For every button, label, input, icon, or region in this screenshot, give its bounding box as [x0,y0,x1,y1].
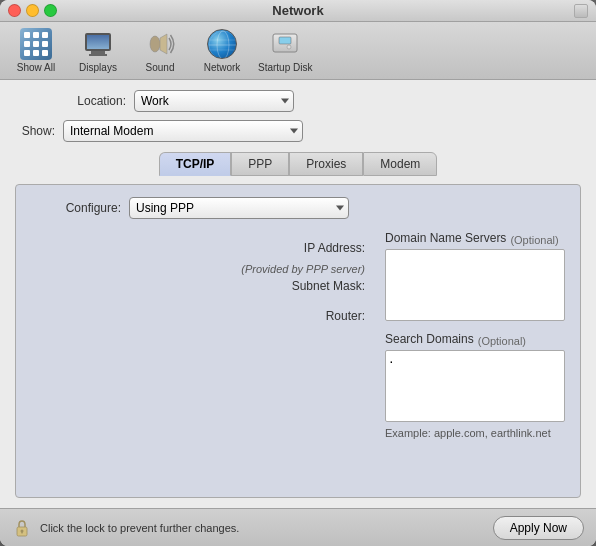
sound-icon [144,28,176,60]
svg-point-10 [287,45,291,49]
dns-textarea[interactable] [385,249,565,321]
svg-rect-9 [279,37,291,44]
toolbar-item-network-label: Network [204,62,241,73]
location-select[interactable]: Work [134,90,294,112]
toolbar-item-displays-label: Displays [79,62,117,73]
search-domains-textarea[interactable]: . [385,350,565,422]
toolbar-item-network[interactable]: Network [196,28,248,73]
toolbar-item-sound-label: Sound [146,62,175,73]
toolbar-item-show-all-label: Show All [17,62,55,73]
router-label: Router: [31,309,365,323]
minimize-button[interactable] [26,4,39,17]
show-label: Show: [15,124,55,138]
tab-modem[interactable]: Modem [363,152,437,176]
toolbar: Show All Displays [0,22,596,80]
traffic-lights [8,4,57,17]
router-row: Router: [31,309,365,323]
toolbar-item-displays[interactable]: Displays [72,28,124,73]
search-domains-optional: (Optional) [478,335,526,347]
toolbar-item-sound[interactable]: Sound [134,28,186,73]
show-select-wrapper: Internal Modem [63,120,303,142]
window-title: Network [272,3,323,18]
subnet-mask-row: Subnet Mask: [31,279,365,293]
apply-now-button[interactable]: Apply Now [493,516,584,540]
search-domains-example: Example: apple.com, earthlink.net [385,427,565,439]
tcp-ip-panel: Configure: Using PPP IP Address: (Provid… [15,184,581,498]
globe-icon [206,28,238,60]
maximize-button[interactable] [44,4,57,17]
subnet-mask-label: Subnet Mask: [31,279,365,293]
location-label: Location: [77,94,126,108]
show-select[interactable]: Internal Modem [63,120,303,142]
tab-proxies[interactable]: Proxies [289,152,363,176]
search-domains-label: Search Domains [385,332,474,346]
toolbar-item-startup-disk[interactable]: Startup Disk [258,28,312,73]
toolbar-item-show-all[interactable]: Show All [10,28,62,73]
close-button[interactable] [8,4,21,17]
content-area: Location: Work Show: Internal Modem TCP [0,80,596,508]
toolbar-item-startup-disk-label: Startup Disk [258,62,312,73]
lock-button[interactable] [12,518,32,538]
bottom-bar: Click the lock to prevent further change… [0,508,596,546]
tab-tcp-ip[interactable]: TCP/IP [159,152,232,176]
location-select-wrapper: Work [134,90,294,112]
monitor-icon [82,28,114,60]
configure-select[interactable]: Using PPP [129,197,349,219]
configure-select-wrapper: Using PPP [129,197,349,219]
dns-header: Domain Name Servers (Optional) [385,231,565,249]
configure-label: Configure: [31,201,121,215]
left-column: IP Address: (Provided by PPP server) Sub… [31,231,365,439]
svg-rect-1 [155,41,160,47]
tab-ppp[interactable]: PPP [231,152,289,176]
dns-label: Domain Name Servers [385,231,506,245]
tabs-container: TCP/IP PPP Proxies Modem [15,152,581,176]
svg-rect-13 [21,531,22,534]
lock-note: Click the lock to prevent further change… [40,522,485,534]
disk-icon [269,28,301,60]
svg-marker-2 [160,34,167,54]
title-bar: Network [0,0,596,22]
ip-address-label: IP Address: [31,241,365,255]
location-row: Location: Work [15,90,581,112]
dns-optional: (Optional) [510,234,558,246]
search-domains-header: Search Domains (Optional) [385,332,565,350]
ppp-note: (Provided by PPP server) [241,263,365,275]
show-row: Show: Internal Modem [15,120,581,142]
configure-row: Configure: Using PPP [31,197,565,219]
grid-icon [20,28,52,60]
right-column: Domain Name Servers (Optional) Search Do… [385,231,565,439]
resize-button[interactable] [574,4,588,18]
ip-address-row: IP Address: (Provided by PPP server) [31,241,365,275]
lock-icon [14,519,30,537]
two-col-layout: IP Address: (Provided by PPP server) Sub… [31,231,565,439]
main-window: Network [0,0,596,546]
